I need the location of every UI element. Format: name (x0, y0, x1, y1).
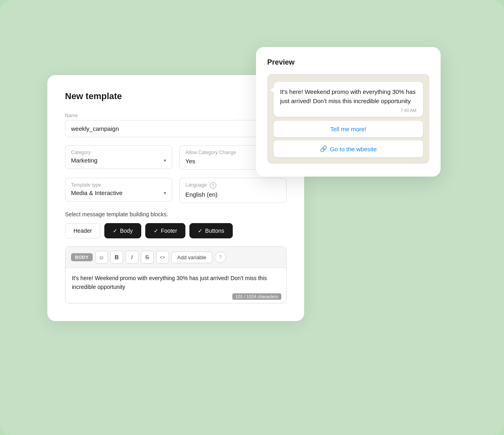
block-buttons-button[interactable]: ✓Buttons (189, 223, 232, 238)
template-type-select[interactable]: Media & Interactive ▾ (71, 189, 166, 196)
add-variable-button[interactable]: Add variable (171, 252, 212, 263)
wa-button-tell-me-more[interactable]: Tell me more! (274, 121, 423, 137)
body-label: BODY (71, 253, 93, 261)
emoji-button[interactable]: ☺ (95, 251, 108, 264)
template-type-chevron-icon: ▾ (164, 190, 166, 196)
name-field-group: Name (65, 113, 287, 137)
name-label: Name (65, 113, 287, 118)
italic-button[interactable]: I (126, 251, 138, 264)
template-type-value: Media & Interactive (71, 189, 122, 196)
preview-title: Preview (267, 58, 429, 67)
blocks-buttons: Header ✓Body ✓Footer ✓Buttons (65, 223, 287, 238)
wa-message-time: 7:40 AM (280, 108, 417, 113)
category-chevron-icon: ▾ (164, 158, 166, 163)
language-label: Language ? (185, 182, 280, 189)
form-title: New template (65, 91, 287, 102)
category-select[interactable]: Marketing ▾ (71, 157, 166, 164)
editor-area: BODY ☺ B I S <> Add variable ? It's here… (65, 246, 287, 303)
scene: New template Name Category Marketing ▾ A… (31, 27, 473, 408)
language-value: English (en) (185, 190, 280, 198)
wa-button-go-to-website[interactable]: 🔗 Go to the wbesite (274, 140, 423, 157)
editor-text: It's here! Weekend promo with everything… (72, 274, 280, 292)
language-field: Language ? English (en) (179, 178, 287, 203)
block-header-button[interactable]: Header (65, 223, 100, 238)
preview-card: Preview It's here! Weekend promo with ev… (256, 47, 441, 177)
block-footer-button[interactable]: ✓Footer (145, 223, 185, 238)
language-help-icon[interactable]: ? (210, 182, 216, 189)
category-value: Marketing (71, 157, 98, 164)
category-field: Category Marketing ▾ (65, 145, 172, 170)
block-body-button[interactable]: ✓Body (104, 223, 141, 238)
whatsapp-preview: It's here! Weekend promo with everything… (267, 74, 429, 164)
wa-message-bubble: It's here! Weekend promo with everything… (274, 82, 423, 117)
name-input[interactable] (65, 120, 287, 137)
wa-message-text: It's here! Weekend promo with everything… (280, 87, 417, 106)
blocks-label: Select message template building blocks. (65, 211, 287, 218)
editor-help-button[interactable]: ? (215, 252, 226, 263)
editor-content[interactable]: It's here! Weekend promo with everything… (65, 268, 286, 303)
char-count: 101 / 1024 characters (232, 293, 281, 300)
editor-toolbar: BODY ☺ B I S <> Add variable ? (65, 247, 286, 268)
template-type-field: Template type Media & Interactive ▾ (65, 178, 172, 203)
template-type-label: Template type (71, 182, 166, 188)
external-link-icon: 🔗 (320, 145, 327, 152)
bold-button[interactable]: B (110, 251, 123, 264)
code-button[interactable]: <> (156, 251, 169, 264)
strikethrough-button[interactable]: S (141, 251, 154, 264)
category-row: Category Marketing ▾ Allow Category Chan… (65, 145, 287, 170)
category-label: Category (71, 150, 166, 155)
template-type-row: Template type Media & Interactive ▾ Lang… (65, 178, 287, 203)
